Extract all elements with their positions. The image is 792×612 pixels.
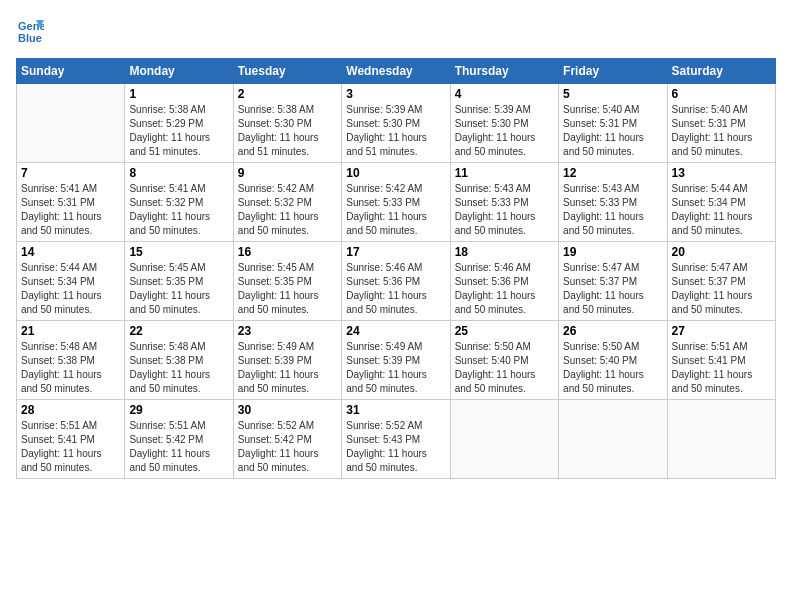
day-info: Sunrise: 5:43 AMSunset: 5:33 PMDaylight:… [563,182,662,238]
day-number: 3 [346,87,445,101]
day-info: Sunrise: 5:42 AMSunset: 5:32 PMDaylight:… [238,182,337,238]
calendar-cell: 3Sunrise: 5:39 AMSunset: 5:30 PMDaylight… [342,84,450,163]
day-info: Sunrise: 5:40 AMSunset: 5:31 PMDaylight:… [672,103,771,159]
calendar-cell: 29Sunrise: 5:51 AMSunset: 5:42 PMDayligh… [125,400,233,479]
day-number: 5 [563,87,662,101]
day-number: 2 [238,87,337,101]
calendar-week-row: 7Sunrise: 5:41 AMSunset: 5:31 PMDaylight… [17,163,776,242]
day-number: 25 [455,324,554,338]
calendar-cell [17,84,125,163]
day-info: Sunrise: 5:42 AMSunset: 5:33 PMDaylight:… [346,182,445,238]
day-info: Sunrise: 5:51 AMSunset: 5:41 PMDaylight:… [21,419,120,475]
calendar-cell: 26Sunrise: 5:50 AMSunset: 5:40 PMDayligh… [559,321,667,400]
day-info: Sunrise: 5:50 AMSunset: 5:40 PMDaylight:… [563,340,662,396]
calendar-cell: 1Sunrise: 5:38 AMSunset: 5:29 PMDaylight… [125,84,233,163]
day-info: Sunrise: 5:51 AMSunset: 5:42 PMDaylight:… [129,419,228,475]
day-info: Sunrise: 5:41 AMSunset: 5:31 PMDaylight:… [21,182,120,238]
calendar-cell: 27Sunrise: 5:51 AMSunset: 5:41 PMDayligh… [667,321,775,400]
calendar-cell: 12Sunrise: 5:43 AMSunset: 5:33 PMDayligh… [559,163,667,242]
day-number: 9 [238,166,337,180]
calendar-header-thursday: Thursday [450,59,558,84]
day-number: 8 [129,166,228,180]
calendar-cell [559,400,667,479]
calendar-header-sunday: Sunday [17,59,125,84]
calendar-header-monday: Monday [125,59,233,84]
calendar-cell: 18Sunrise: 5:46 AMSunset: 5:36 PMDayligh… [450,242,558,321]
day-number: 22 [129,324,228,338]
logo-icon: General Blue [16,16,44,44]
day-info: Sunrise: 5:40 AMSunset: 5:31 PMDaylight:… [563,103,662,159]
calendar-week-row: 28Sunrise: 5:51 AMSunset: 5:41 PMDayligh… [17,400,776,479]
day-number: 1 [129,87,228,101]
day-info: Sunrise: 5:38 AMSunset: 5:29 PMDaylight:… [129,103,228,159]
day-number: 27 [672,324,771,338]
calendar-cell: 22Sunrise: 5:48 AMSunset: 5:38 PMDayligh… [125,321,233,400]
day-info: Sunrise: 5:47 AMSunset: 5:37 PMDaylight:… [563,261,662,317]
calendar-cell: 23Sunrise: 5:49 AMSunset: 5:39 PMDayligh… [233,321,341,400]
calendar-cell: 17Sunrise: 5:46 AMSunset: 5:36 PMDayligh… [342,242,450,321]
day-info: Sunrise: 5:51 AMSunset: 5:41 PMDaylight:… [672,340,771,396]
day-number: 28 [21,403,120,417]
day-number: 14 [21,245,120,259]
calendar-cell: 10Sunrise: 5:42 AMSunset: 5:33 PMDayligh… [342,163,450,242]
day-info: Sunrise: 5:38 AMSunset: 5:30 PMDaylight:… [238,103,337,159]
day-number: 26 [563,324,662,338]
calendar-cell: 7Sunrise: 5:41 AMSunset: 5:31 PMDaylight… [17,163,125,242]
calendar-cell: 25Sunrise: 5:50 AMSunset: 5:40 PMDayligh… [450,321,558,400]
day-info: Sunrise: 5:48 AMSunset: 5:38 PMDaylight:… [129,340,228,396]
page-header: General Blue [16,16,776,52]
calendar-table: SundayMondayTuesdayWednesdayThursdayFrid… [16,58,776,479]
calendar-week-row: 14Sunrise: 5:44 AMSunset: 5:34 PMDayligh… [17,242,776,321]
calendar-cell: 6Sunrise: 5:40 AMSunset: 5:31 PMDaylight… [667,84,775,163]
calendar-cell: 11Sunrise: 5:43 AMSunset: 5:33 PMDayligh… [450,163,558,242]
calendar-cell: 31Sunrise: 5:52 AMSunset: 5:43 PMDayligh… [342,400,450,479]
day-number: 13 [672,166,771,180]
calendar-cell: 16Sunrise: 5:45 AMSunset: 5:35 PMDayligh… [233,242,341,321]
day-number: 30 [238,403,337,417]
day-number: 23 [238,324,337,338]
day-number: 11 [455,166,554,180]
calendar-cell: 15Sunrise: 5:45 AMSunset: 5:35 PMDayligh… [125,242,233,321]
day-number: 10 [346,166,445,180]
day-info: Sunrise: 5:44 AMSunset: 5:34 PMDaylight:… [672,182,771,238]
day-number: 20 [672,245,771,259]
calendar-cell: 28Sunrise: 5:51 AMSunset: 5:41 PMDayligh… [17,400,125,479]
calendar-header-wednesday: Wednesday [342,59,450,84]
calendar-header-friday: Friday [559,59,667,84]
calendar-cell: 13Sunrise: 5:44 AMSunset: 5:34 PMDayligh… [667,163,775,242]
calendar-cell: 4Sunrise: 5:39 AMSunset: 5:30 PMDaylight… [450,84,558,163]
calendar-cell: 24Sunrise: 5:49 AMSunset: 5:39 PMDayligh… [342,321,450,400]
day-number: 7 [21,166,120,180]
day-number: 17 [346,245,445,259]
calendar-cell: 20Sunrise: 5:47 AMSunset: 5:37 PMDayligh… [667,242,775,321]
calendar-header-row: SundayMondayTuesdayWednesdayThursdayFrid… [17,59,776,84]
calendar-cell: 21Sunrise: 5:48 AMSunset: 5:38 PMDayligh… [17,321,125,400]
calendar-week-row: 21Sunrise: 5:48 AMSunset: 5:38 PMDayligh… [17,321,776,400]
calendar-cell: 9Sunrise: 5:42 AMSunset: 5:32 PMDaylight… [233,163,341,242]
day-number: 15 [129,245,228,259]
day-info: Sunrise: 5:49 AMSunset: 5:39 PMDaylight:… [238,340,337,396]
calendar-cell: 14Sunrise: 5:44 AMSunset: 5:34 PMDayligh… [17,242,125,321]
day-info: Sunrise: 5:39 AMSunset: 5:30 PMDaylight:… [455,103,554,159]
day-info: Sunrise: 5:47 AMSunset: 5:37 PMDaylight:… [672,261,771,317]
day-number: 16 [238,245,337,259]
day-number: 4 [455,87,554,101]
day-info: Sunrise: 5:49 AMSunset: 5:39 PMDaylight:… [346,340,445,396]
day-info: Sunrise: 5:46 AMSunset: 5:36 PMDaylight:… [346,261,445,317]
day-info: Sunrise: 5:52 AMSunset: 5:42 PMDaylight:… [238,419,337,475]
calendar-cell: 30Sunrise: 5:52 AMSunset: 5:42 PMDayligh… [233,400,341,479]
logo: General Blue [16,16,48,44]
day-info: Sunrise: 5:48 AMSunset: 5:38 PMDaylight:… [21,340,120,396]
day-number: 18 [455,245,554,259]
calendar-cell [450,400,558,479]
day-info: Sunrise: 5:43 AMSunset: 5:33 PMDaylight:… [455,182,554,238]
day-info: Sunrise: 5:45 AMSunset: 5:35 PMDaylight:… [238,261,337,317]
day-info: Sunrise: 5:52 AMSunset: 5:43 PMDaylight:… [346,419,445,475]
calendar-header-saturday: Saturday [667,59,775,84]
day-info: Sunrise: 5:45 AMSunset: 5:35 PMDaylight:… [129,261,228,317]
day-number: 29 [129,403,228,417]
calendar-cell: 2Sunrise: 5:38 AMSunset: 5:30 PMDaylight… [233,84,341,163]
calendar-cell: 8Sunrise: 5:41 AMSunset: 5:32 PMDaylight… [125,163,233,242]
day-info: Sunrise: 5:44 AMSunset: 5:34 PMDaylight:… [21,261,120,317]
day-info: Sunrise: 5:41 AMSunset: 5:32 PMDaylight:… [129,182,228,238]
